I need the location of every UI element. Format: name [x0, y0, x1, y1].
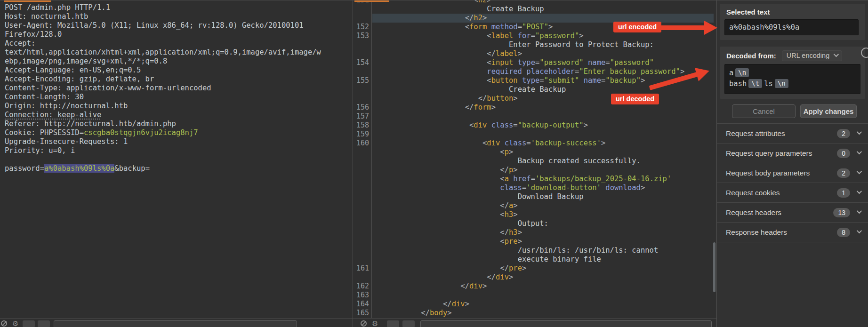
count-badge: 2 [837, 168, 850, 178]
section-request-query-parameters[interactable]: Request query parameters0 [717, 144, 868, 163]
section-response-headers[interactable]: Response headers8 [717, 223, 868, 242]
section-request-body-parameters[interactable]: Request body parameters2 [717, 163, 868, 183]
search-option-button[interactable] [387, 320, 399, 327]
apply-changes-button[interactable]: Apply changes [800, 104, 857, 118]
line-number [356, 14, 371, 23]
search-input[interactable] [420, 320, 712, 327]
section-request-headers[interactable]: Request headers13 [717, 203, 868, 223]
line-number [356, 210, 371, 219]
selected-text-block: Selected text [720, 4, 865, 40]
request-editor-pane: POST /admin.php HTTP/1.1 Host: nocturnal… [0, 0, 353, 327]
line-number: 163 [356, 291, 371, 300]
code-line: <input type="password" name="password" [372, 58, 714, 67]
line-number: 153 [356, 32, 371, 40]
line-number [356, 255, 371, 264]
section-label: Request attributes [726, 129, 837, 138]
line-number: 165 [356, 309, 371, 318]
cancel-button[interactable]: Cancel [732, 104, 796, 118]
line-number: 159 [356, 130, 371, 139]
chevron-down-icon [857, 189, 862, 194]
code-line [372, 130, 714, 139]
code-line: Output: [372, 219, 714, 228]
section-request-cookies[interactable]: Request cookies1 [717, 183, 868, 203]
line-number: 161 [356, 264, 371, 273]
code-viewport: 1511521531541551561571581591601611621631… [353, 0, 716, 318]
request-editor[interactable]: POST /admin.php HTTP/1.1 Host: nocturnal… [5, 3, 351, 318]
line-number [356, 148, 371, 157]
request-search-toolbar: ⚙ [0, 318, 353, 327]
encoding-dropdown[interactable]: URL encoding [782, 50, 842, 61]
line-number [356, 175, 371, 183]
count-badge: 13 [833, 208, 850, 217]
search-input[interactable] [54, 320, 297, 327]
code-line: execute binary file [372, 255, 714, 264]
code-line: <pre> [372, 237, 714, 246]
line-number: 164 [356, 300, 371, 309]
line-number [356, 192, 371, 201]
settings-gear-icon[interactable]: ⚙ [12, 320, 18, 327]
count-badge: 2 [837, 129, 850, 138]
code-line: <a href='backups/backup_2025-04-16.zip' [372, 175, 714, 183]
response-search-toolbar: ⚙ [353, 318, 716, 327]
code-line: a\n [729, 68, 856, 79]
code-line: </pre> [372, 264, 714, 273]
count-badge: 8 [837, 228, 850, 237]
search-option-button[interactable] [402, 320, 415, 327]
inspector-actions: Cancel Apply changes [717, 104, 857, 118]
line-number: 160 [356, 139, 371, 148]
code-line: class='download-button' download> [372, 183, 714, 192]
code-line: <div class="backup-output"> [372, 121, 714, 130]
code-line: </div> [372, 282, 714, 291]
url-encoded-annotation-label: url encoded [613, 22, 661, 32]
http-proxy-tool-window: POST /admin.php HTTP/1.1 Host: nocturnal… [0, 0, 868, 327]
line-number [356, 166, 371, 175]
code-line: </a> [372, 201, 714, 210]
line-number [356, 157, 371, 166]
line-number [356, 94, 371, 103]
decoded-from-label: Decoded from: [726, 52, 776, 60]
response-html-code[interactable]: <h2> Create Backup </h2> <form method="P… [372, 0, 714, 318]
section-request-attributes[interactable]: Request attributes2 [717, 124, 868, 144]
line-number [356, 49, 371, 58]
decoded-block: Decoded from: URL encoding a\nbash\tls\n [720, 47, 865, 99]
no-entry-icon[interactable] [1, 320, 7, 327]
line-number [356, 40, 371, 49]
line-number: 155 [356, 76, 371, 85]
search-option-button[interactable] [38, 320, 50, 327]
section-label: Request body parameters [726, 169, 837, 177]
active-tab-indicator [354, 0, 389, 2]
line-number: 162 [356, 282, 371, 291]
line-number [356, 5, 371, 14]
decoded-text-editor[interactable]: a\nbash\tls\n [724, 64, 860, 94]
inspector-sections: Request attributes2Request query paramet… [717, 123, 868, 242]
code-line: </div> [372, 273, 714, 282]
section-label: Request cookies [726, 189, 837, 197]
no-entry-icon[interactable] [361, 320, 367, 327]
code-line [372, 112, 714, 121]
line-number: 154 [356, 58, 371, 67]
search-option-button[interactable] [23, 320, 35, 327]
code-line: bash\tls\n [729, 79, 856, 89]
active-tab-indicator [4, 0, 51, 2]
code-line: </p> [372, 166, 714, 175]
refresh-icon[interactable] [861, 48, 868, 58]
vertical-scrollbar-thumb[interactable] [713, 242, 715, 292]
section-label: Response headers [726, 228, 837, 237]
section-label: Request headers [726, 208, 833, 217]
chevron-down-icon [857, 169, 862, 174]
selected-text-input[interactable] [724, 19, 859, 35]
line-number [356, 183, 371, 192]
code-line: Download Backup [372, 192, 714, 201]
code-line: Create Backup [372, 5, 714, 14]
chevron-down-icon [857, 149, 862, 154]
code-line: /usr/bin/ls: /usr/bin/ls: cannot [372, 246, 714, 255]
url-encoded-annotation-arrow [655, 21, 721, 35]
line-number [356, 201, 371, 210]
code-line: </div> [372, 300, 714, 309]
code-line [372, 291, 714, 300]
selected-text-label: Selected text [720, 4, 865, 19]
line-number-gutter: 1511521531541551561571581591601611621631… [353, 0, 372, 318]
code-line: Backup created successfully. [372, 157, 714, 166]
settings-gear-icon[interactable]: ⚙ [372, 320, 378, 327]
decoded-header: Decoded from: URL encoding [720, 47, 865, 64]
